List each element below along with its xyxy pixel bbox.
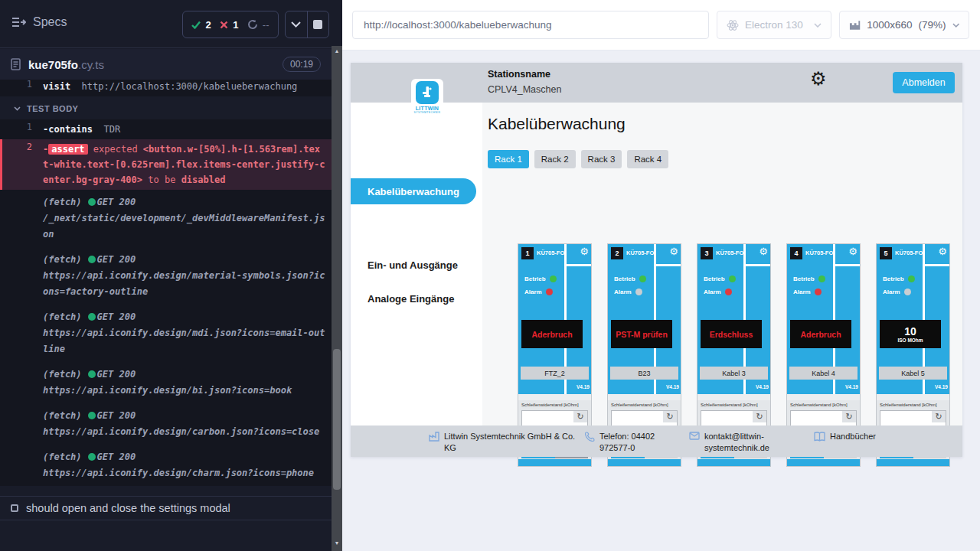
reporter-scrollbar: ▲ ▼ <box>332 0 342 551</box>
sidebar-item-analoge-eingaenge[interactable]: Analoge Eingänge <box>368 293 454 305</box>
scroll-up-icon[interactable]: ▲ <box>332 48 342 54</box>
reporter-header: Specs 2 1 -- <box>0 0 332 48</box>
card-model: KÜ705-FO <box>895 249 923 256</box>
logo-subtext: SYSTEMTECHNIK <box>414 111 441 114</box>
fetch-log-row[interactable]: (fetch)GET 200https://api.iconify.design… <box>0 305 332 362</box>
fetch-log-row[interactable]: (fetch)GET 200/_next/static/development/… <box>0 190 332 247</box>
fetch-log-row[interactable]: (fetch)GET 200https://api.iconify.design… <box>0 403 332 445</box>
betrieb-label: Betrieb <box>704 276 725 282</box>
run-controls <box>285 11 329 38</box>
card-gear-icon[interactable]: ⚙ <box>848 246 858 256</box>
betrieb-led <box>818 276 825 282</box>
browser-select[interactable]: Electron 130 <box>717 11 831 39</box>
tab-rack-4[interactable]: Rack 4 <box>627 150 668 168</box>
command-visit[interactable]: 1 visit http://localhost:3000/kabelueber… <box>0 80 332 96</box>
passed-check-icon <box>191 21 201 29</box>
firmware-version: V4.19 <box>845 384 858 390</box>
card-gear-icon[interactable]: ⚙ <box>580 246 589 256</box>
ruler-icon <box>849 20 861 31</box>
cable-label: B23 <box>610 367 678 380</box>
footer-manuals[interactable]: Handbücher <box>814 431 876 442</box>
alarm-led <box>725 289 732 295</box>
viewport-size: 1000x660 <box>867 19 912 31</box>
scrollbar-thumb[interactable] <box>333 349 341 490</box>
test-body-section[interactable]: TEST BODY <box>0 96 332 119</box>
status-ok-dot <box>88 453 96 461</box>
browser-url-bar: Electron 130 1000x660 (79%) <box>342 0 980 51</box>
fetch-log-row[interactable]: (fetch)GET 200https://api.iconify.design… <box>0 362 332 403</box>
spec-duration: 00:19 <box>283 57 321 72</box>
refresh-icon[interactable]: ↻ <box>753 411 766 422</box>
card-display: Erdschluss <box>701 320 762 348</box>
pending-refresh-icon <box>247 19 258 30</box>
settings-gear-icon[interactable]: ⚙ <box>810 70 827 88</box>
refresh-icon[interactable]: ↻ <box>573 411 587 422</box>
chevron-down-icon <box>814 23 822 28</box>
tab-rack-3[interactable]: Rack 3 <box>581 150 622 168</box>
resistance-label: Schleifenwiderstand [kOhm] <box>701 403 758 407</box>
fetch-log-row[interactable]: (fetch)GET 200https://api.iconify.design… <box>0 247 332 305</box>
chevron-down-icon <box>952 23 959 28</box>
sidebar-item-kabelueberwachung[interactable]: Kabelüberwachung <box>351 178 476 204</box>
card-number: 5 <box>880 247 892 259</box>
tab-rack-2[interactable]: Rack 2 <box>534 150 576 168</box>
alarm-led <box>546 289 553 295</box>
test-stats[interactable]: 2 1 -- <box>182 11 279 38</box>
specs-list-icon <box>11 16 26 28</box>
status-ok-dot <box>88 198 96 206</box>
betrieb-led <box>639 276 646 282</box>
fetch-log-row[interactable]: (fetch)GET 200https://api.iconify.design… <box>0 445 332 486</box>
refresh-icon[interactable]: ↻ <box>663 411 677 422</box>
factory-icon <box>429 432 439 442</box>
url-input[interactable] <box>352 11 709 39</box>
card-gear-icon[interactable]: ⚙ <box>938 246 947 256</box>
betrieb-label: Betrieb <box>883 276 904 282</box>
chevron-down-icon <box>291 21 301 28</box>
resistance-label: Schleifenwiderstand [kOhm] <box>611 403 668 407</box>
specs-label: Specs <box>33 15 67 29</box>
pending-test-title: should open and close the settings modal <box>26 502 230 514</box>
resistance-label: Schleifenwiderstand [kOhm] <box>521 403 579 407</box>
footer-company: Littwin Systemtechnik GmbH & Co. KG <box>429 431 582 454</box>
betrieb-label: Betrieb <box>614 276 635 282</box>
pending-test-row[interactable]: should open and close the settings modal <box>0 496 332 519</box>
card-display: Aderbruch <box>521 320 583 348</box>
footer-email[interactable]: kontakt@littwin-systemtechnik.de <box>689 431 785 454</box>
specs-toggle[interactable]: Specs <box>11 15 67 29</box>
card-display: 10ISO MOhm <box>880 320 941 348</box>
card-model: KÜ705-FO <box>805 249 833 256</box>
app-content: Kabelüberwachung Rack 1 Rack 2 Rack 3 Ra… <box>482 103 962 425</box>
command-assert-failed[interactable]: 2 -assert expected <button.w-[50%].h-[1.… <box>0 139 332 190</box>
resistance-label: Schleifenwiderstand [kOhm] <box>880 403 937 407</box>
spec-file-row[interactable]: kue705fo.cy.ts 00:19 <box>0 49 332 80</box>
stop-button[interactable] <box>307 11 329 37</box>
scroll-down-icon[interactable]: ▼ <box>332 540 342 546</box>
betrieb-led <box>550 276 557 282</box>
betrieb-led <box>908 276 915 282</box>
cable-label: Kabel 4 <box>789 367 858 380</box>
refresh-icon[interactable]: ↻ <box>932 411 946 422</box>
alarm-led <box>635 289 642 295</box>
company-logo: LITTWIN SYSTEMTECHNIK <box>411 79 443 120</box>
station-label: Stationsname <box>488 69 550 80</box>
viewport-select[interactable]: 1000x660 (79%) <box>839 11 969 39</box>
command-contains[interactable]: 1 -contains TDR <box>0 119 332 139</box>
cable-label: Kabel 3 <box>700 367 768 380</box>
alarm-label: Alarm <box>614 289 632 295</box>
tab-rack-1[interactable]: Rack 1 <box>488 150 529 168</box>
refresh-icon[interactable]: ↻ <box>842 411 856 422</box>
phone-icon <box>585 432 595 442</box>
pending-count: -- <box>263 19 270 31</box>
betrieb-label: Betrieb <box>524 276 546 282</box>
failed-count: 1 <box>233 19 238 31</box>
spec-name: kue705fo.cy.ts <box>28 58 104 71</box>
rack-tabs: Rack 1 Rack 2 Rack 3 Rack 4 <box>488 150 668 168</box>
sidebar-item-ein-ausgaenge[interactable]: Ein- und Ausgänge <box>368 259 458 271</box>
collapse-button[interactable] <box>286 11 307 37</box>
firmware-version: V4.19 <box>666 384 679 390</box>
logout-button[interactable]: Abmelden <box>893 72 955 93</box>
status-ok-dot <box>88 412 96 419</box>
card-gear-icon[interactable]: ⚙ <box>759 246 768 256</box>
cypress-reporter: Specs 2 1 -- kue705fo.cy.ts 00:19 1 visi… <box>0 0 332 551</box>
card-gear-icon[interactable]: ⚙ <box>669 246 678 256</box>
